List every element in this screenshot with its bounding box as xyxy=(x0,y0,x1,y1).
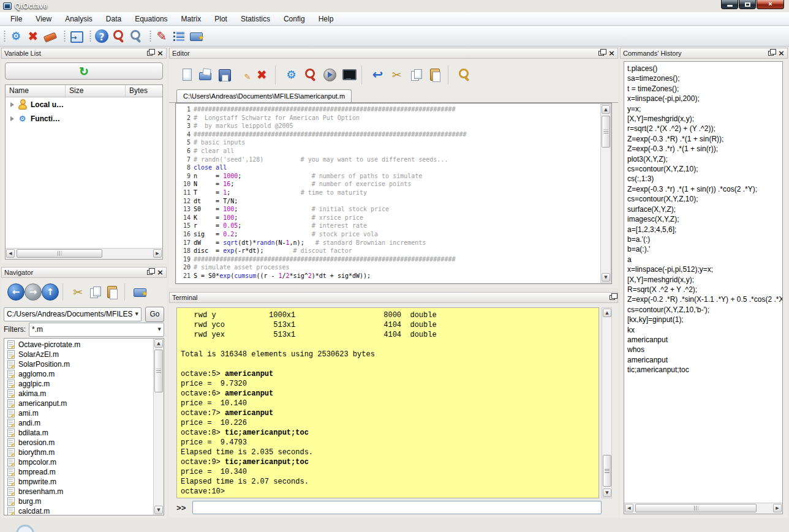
float-panel-icon[interactable] xyxy=(768,51,774,56)
file-item[interactable]: SolarAzEl.m xyxy=(4,350,153,359)
copy-button[interactable] xyxy=(86,283,104,301)
close-panel-icon[interactable]: × xyxy=(608,50,615,56)
history-item[interactable]: kx xyxy=(627,325,782,335)
eraser-button[interactable] xyxy=(42,28,59,45)
new-file-button[interactable] xyxy=(176,66,195,84)
search-doc-button[interactable] xyxy=(110,28,127,45)
close-button[interactable] xyxy=(25,28,42,45)
history-item[interactable]: cs=contour(X,Y,Z,10,'b-'); xyxy=(627,305,782,315)
scroll-thumb[interactable] xyxy=(635,504,757,512)
menu-item-equations[interactable]: Equations xyxy=(128,13,174,25)
column-name[interactable]: Name xyxy=(6,85,66,97)
list-button[interactable] xyxy=(170,28,187,45)
pen-button[interactable] xyxy=(153,28,170,45)
history-item[interactable]: Z=exp(-0.3 .*r) .*(1 + sin(r)) .*cos(2 .… xyxy=(627,184,782,194)
terminal-vscrollbar[interactable]: ▲ ▼ xyxy=(602,307,612,498)
run-button[interactable] xyxy=(320,66,339,84)
scroll-thumb[interactable] xyxy=(602,116,610,148)
file-item[interactable]: americanput.m xyxy=(4,399,153,408)
refresh-variables-button[interactable] xyxy=(5,62,163,80)
file-item[interactable]: bdilata.m xyxy=(4,428,153,438)
column-size[interactable]: Size xyxy=(66,85,126,97)
history-item[interactable]: imagesc(X,Y,Z); xyxy=(627,214,782,224)
float-panel-icon[interactable] xyxy=(147,270,153,275)
expander-icon[interactable] xyxy=(10,102,14,107)
history-item[interactable]: t = timeZones(); xyxy=(627,84,782,94)
close-panel-icon[interactable]: × xyxy=(157,50,164,56)
history-item[interactable]: b=a.'(:) xyxy=(627,234,782,244)
scroll-up-icon[interactable]: ▲ xyxy=(154,339,163,348)
history-item[interactable]: t.places() xyxy=(627,64,782,73)
menu-item-analysis[interactable]: Analysis xyxy=(58,13,99,25)
history-item[interactable]: [X,Y]=meshgrid(x,y); xyxy=(627,275,782,285)
scroll-down-icon[interactable]: ▼ xyxy=(154,506,163,514)
filter-combobox[interactable]: *.m ▼ xyxy=(29,323,164,337)
float-panel-icon[interactable] xyxy=(147,51,153,56)
settings-button[interactable] xyxy=(282,66,301,84)
file-item[interactable]: burg.m xyxy=(4,496,153,506)
cut-button[interactable] xyxy=(387,66,406,84)
close-tab-button[interactable] xyxy=(252,66,271,84)
history-item[interactable]: cs=contour(X,Y,Z,10); xyxy=(627,194,782,204)
history-item[interactable]: plot3(X,Y,Z); xyxy=(627,154,782,164)
history-item[interactable]: r=sqrt(2 .*(X .^2) + (Y .^2)); xyxy=(627,124,782,133)
float-panel-icon[interactable] xyxy=(610,295,615,300)
history-item[interactable]: a xyxy=(627,255,782,264)
history-item[interactable]: a=[1,2,3;4,5,6]; xyxy=(627,225,782,234)
close-window-button[interactable]: × xyxy=(757,0,784,9)
go-button[interactable]: Go xyxy=(145,307,164,322)
settings-button[interactable] xyxy=(7,28,25,45)
scroll-thumb[interactable] xyxy=(154,350,163,392)
variable-hscrollbar[interactable]: ◀ ▶ xyxy=(6,248,162,259)
history-item[interactable]: americanput xyxy=(627,355,782,365)
menu-item-data[interactable]: Data xyxy=(99,13,128,25)
help-button[interactable] xyxy=(93,28,110,45)
history-item[interactable]: cs(:,1:3) xyxy=(627,174,782,184)
menu-item-config[interactable]: Config xyxy=(277,13,312,25)
expander-icon[interactable] xyxy=(10,116,14,121)
editor-tab[interactable]: C:\Users\Andreas\Documents\MFILES\americ… xyxy=(176,89,352,102)
history-item[interactable]: americanput xyxy=(627,335,782,345)
file-item[interactable]: bresenham.m xyxy=(4,487,153,496)
minimize-button[interactable] xyxy=(721,0,738,9)
history-item[interactable]: surface(X,Y,Z); xyxy=(627,204,782,214)
file-item[interactable]: andi.m xyxy=(4,418,153,428)
float-panel-icon[interactable] xyxy=(598,51,604,56)
history-item[interactable]: y=x; xyxy=(627,104,782,114)
file-item[interactable]: calcdat.m xyxy=(4,506,153,515)
save-button[interactable] xyxy=(214,66,233,84)
history-hscrollbar[interactable]: ◀ ▶ xyxy=(624,503,782,514)
history-item[interactable]: whos xyxy=(627,345,782,354)
table-export-button[interactable] xyxy=(67,28,85,45)
history-item[interactable]: Z=exp(-0.3 .*r) .*(1 + sin(r)); xyxy=(627,144,782,154)
file-item[interactable]: akima.m xyxy=(4,389,153,399)
path-combobox[interactable]: C:/Users/Andreas/Documents/MFILES ▼ xyxy=(4,307,142,321)
file-item[interactable]: berosion.m xyxy=(4,438,153,448)
paste-button[interactable] xyxy=(425,66,444,84)
folder-star-button[interactable] xyxy=(131,283,148,301)
history-item[interactable]: x=linspace(-pi,pi,200); xyxy=(627,94,782,103)
history-item[interactable]: Z=exp(-0.3 .*R) .*(1 + sin(R)); xyxy=(627,134,782,144)
code-area[interactable]: 1#######################################… xyxy=(175,103,612,284)
scroll-down-icon[interactable]: ▼ xyxy=(602,273,610,282)
terminal-input[interactable] xyxy=(192,501,602,514)
file-item[interactable]: SolarPosition.m xyxy=(4,359,153,369)
tree-row[interactable]: Local u… xyxy=(6,97,162,111)
editor-vscrollbar[interactable]: ▲ ▼ xyxy=(600,104,611,283)
file-item[interactable]: bmpread.m xyxy=(4,467,153,477)
close-panel-icon[interactable]: × xyxy=(157,269,164,275)
file-item[interactable]: bmpwrite.m xyxy=(4,477,153,487)
file-item[interactable]: bmpcolor.m xyxy=(4,457,153,467)
history-item[interactable]: b=a(:).' xyxy=(627,244,782,254)
folder-star-button[interactable] xyxy=(187,28,205,45)
search-doc-button[interactable] xyxy=(301,66,320,84)
file-list-vscrollbar[interactable]: ▲ ▼ xyxy=(153,339,164,515)
column-bytes[interactable]: Bytes xyxy=(126,85,162,97)
cut-button[interactable] xyxy=(69,283,86,301)
back-button[interactable]: ← xyxy=(7,283,25,301)
history-item[interactable]: cs=contour(X,Y,Z,10); xyxy=(627,164,782,174)
zoom-button[interactable] xyxy=(455,66,474,84)
menu-item-help[interactable]: Help xyxy=(312,13,341,25)
menu-item-view[interactable]: View xyxy=(29,13,58,25)
file-item[interactable]: agglomo.m xyxy=(4,369,153,379)
